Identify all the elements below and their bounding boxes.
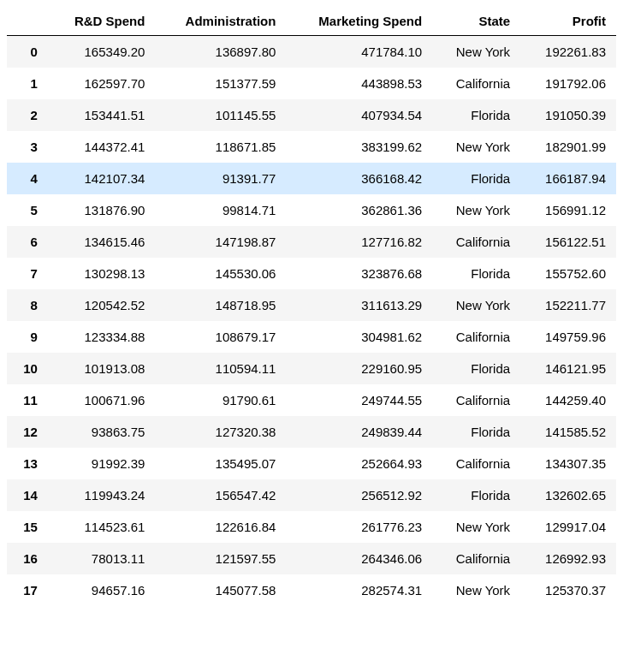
cell-mkt: 264346.06: [286, 543, 432, 574]
cell-profit: 152211.77: [520, 289, 616, 321]
cell-admin: 91391.77: [155, 163, 286, 194]
cell-rd: 165349.20: [48, 36, 156, 68]
header-state: State: [432, 7, 520, 36]
cell-profit: 149759.96: [520, 321, 616, 353]
cell-admin: 136897.80: [155, 36, 286, 68]
cell-rd: 144372.41: [48, 131, 156, 163]
cell-rd: 78013.11: [48, 543, 156, 574]
cell-state: Florida: [432, 353, 520, 384]
table-row: 1162597.70151377.59443898.53California19…: [7, 68, 616, 99]
cell-state: California: [432, 543, 520, 574]
cell-mkt: 323876.68: [286, 258, 432, 289]
table-row: 3144372.41118671.85383199.62New York1829…: [7, 131, 616, 163]
cell-rd: 100671.96: [48, 384, 156, 416]
cell-mkt: 229160.95: [286, 353, 432, 384]
cell-profit: 155752.60: [520, 258, 616, 289]
cell-admin: 151377.59: [155, 68, 286, 99]
cell-mkt: 261776.23: [286, 511, 432, 543]
table-row: 4142107.3491391.77366168.42Florida166187…: [7, 163, 616, 194]
cell-state: California: [432, 384, 520, 416]
cell-state: New York: [432, 511, 520, 543]
cell-state: Florida: [432, 99, 520, 131]
header-rd-spend: R&D Spend: [48, 7, 156, 36]
cell-mkt: 366168.42: [286, 163, 432, 194]
row-index: 17: [7, 574, 48, 606]
cell-admin: 127320.38: [155, 416, 286, 448]
cell-profit: 132602.65: [520, 479, 616, 511]
table-row: 9123334.88108679.17304981.62California14…: [7, 321, 616, 353]
cell-admin: 91790.61: [155, 384, 286, 416]
cell-rd: 142107.34: [48, 163, 156, 194]
cell-mkt: 407934.54: [286, 99, 432, 131]
cell-rd: 119943.24: [48, 479, 156, 511]
cell-state: California: [432, 68, 520, 99]
table-body: 0165349.20136897.80471784.10New York1922…: [7, 36, 616, 607]
cell-state: New York: [432, 574, 520, 606]
cell-admin: 108679.17: [155, 321, 286, 353]
table-row: 10101913.08110594.11229160.95Florida1461…: [7, 353, 616, 384]
row-index: 3: [7, 131, 48, 163]
table-row: 6134615.46147198.87127716.82California15…: [7, 226, 616, 258]
cell-state: California: [432, 448, 520, 479]
table-header-row: R&D Spend Administration Marketing Spend…: [7, 7, 616, 36]
table-row: 1391992.39135495.07252664.93California13…: [7, 448, 616, 479]
table-row: 1794657.16145077.58282574.31New York1253…: [7, 574, 616, 606]
row-index: 6: [7, 226, 48, 258]
cell-admin: 135495.07: [155, 448, 286, 479]
cell-admin: 122616.84: [155, 511, 286, 543]
row-index: 15: [7, 511, 48, 543]
cell-state: California: [432, 321, 520, 353]
cell-profit: 129917.04: [520, 511, 616, 543]
header-profit: Profit: [520, 7, 616, 36]
row-index: 8: [7, 289, 48, 321]
cell-profit: 156991.12: [520, 194, 616, 226]
row-index: 12: [7, 416, 48, 448]
row-index: 13: [7, 448, 48, 479]
table-row: 2153441.51101145.55407934.54Florida19105…: [7, 99, 616, 131]
cell-admin: 110594.11: [155, 353, 286, 384]
cell-profit: 141585.52: [520, 416, 616, 448]
cell-rd: 91992.39: [48, 448, 156, 479]
row-index: 4: [7, 163, 48, 194]
table-row: 7130298.13145530.06323876.68Florida15575…: [7, 258, 616, 289]
table-row: 15114523.61122616.84261776.23New York129…: [7, 511, 616, 543]
cell-state: New York: [432, 289, 520, 321]
cell-mkt: 256512.92: [286, 479, 432, 511]
row-index: 7: [7, 258, 48, 289]
table-row: 8120542.52148718.95311613.29New York1522…: [7, 289, 616, 321]
cell-admin: 145077.58: [155, 574, 286, 606]
row-index: 14: [7, 479, 48, 511]
cell-profit: 144259.40: [520, 384, 616, 416]
cell-admin: 147198.87: [155, 226, 286, 258]
cell-rd: 101913.08: [48, 353, 156, 384]
cell-mkt: 282574.31: [286, 574, 432, 606]
cell-admin: 156547.42: [155, 479, 286, 511]
data-table: R&D Spend Administration Marketing Spend…: [7, 7, 616, 606]
row-index: 0: [7, 36, 48, 68]
cell-state: New York: [432, 194, 520, 226]
cell-state: New York: [432, 131, 520, 163]
cell-admin: 118671.85: [155, 131, 286, 163]
cell-mkt: 249744.55: [286, 384, 432, 416]
header-marketing-spend: Marketing Spend: [286, 7, 432, 36]
row-index: 2: [7, 99, 48, 131]
header-index-corner: [7, 7, 48, 36]
cell-mkt: 252664.93: [286, 448, 432, 479]
cell-state: Florida: [432, 479, 520, 511]
cell-rd: 130298.13: [48, 258, 156, 289]
cell-profit: 156122.51: [520, 226, 616, 258]
cell-admin: 121597.55: [155, 543, 286, 574]
cell-profit: 192261.83: [520, 36, 616, 68]
cell-admin: 145530.06: [155, 258, 286, 289]
header-administration: Administration: [155, 7, 286, 36]
table-row: 1678013.11121597.55264346.06California12…: [7, 543, 616, 574]
row-index: 1: [7, 68, 48, 99]
cell-rd: 93863.75: [48, 416, 156, 448]
row-index: 10: [7, 353, 48, 384]
cell-rd: 123334.88: [48, 321, 156, 353]
cell-state: Florida: [432, 163, 520, 194]
cell-profit: 182901.99: [520, 131, 616, 163]
table-row: 5131876.9099814.71362861.36New York15699…: [7, 194, 616, 226]
cell-mkt: 443898.53: [286, 68, 432, 99]
cell-mkt: 362861.36: [286, 194, 432, 226]
